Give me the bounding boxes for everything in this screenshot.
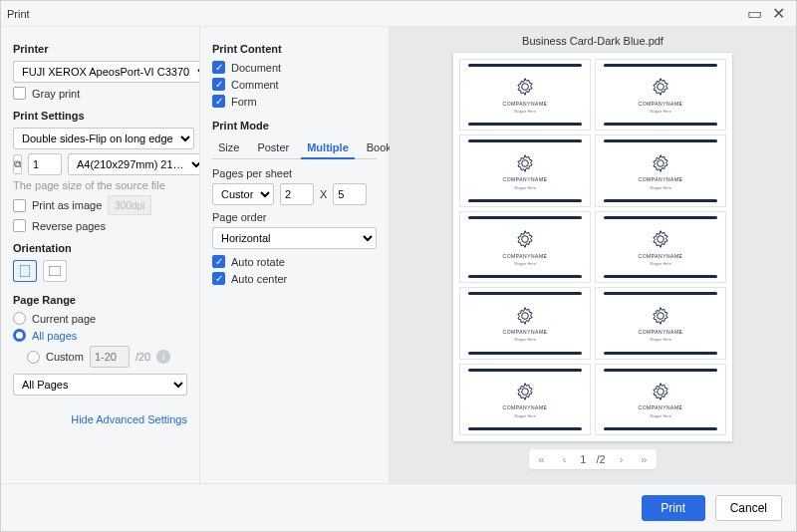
- preview-panel: Business Card-Dark Blue.pdf COMPANYNAMES…: [390, 27, 796, 483]
- page-range-heading: Page Range: [13, 294, 187, 306]
- auto-center-label: Auto center: [231, 273, 287, 285]
- preview-card: COMPANYNAMESlogan Here: [459, 364, 591, 435]
- print-as-image-label: Print as image: [32, 199, 102, 211]
- print-settings-heading: Print Settings: [13, 110, 187, 122]
- print-as-image-checkbox[interactable]: [13, 199, 26, 212]
- page-filter-select[interactable]: All Pages: [13, 374, 187, 396]
- svg-rect-1: [49, 266, 61, 276]
- pager-prev-icon[interactable]: ‹: [559, 453, 571, 465]
- preview-card: COMPANYNAMESlogan Here: [595, 287, 726, 359]
- preview-sheet: COMPANYNAMESlogan HereCOMPANYNAMESlogan …: [453, 53, 732, 441]
- preview-card: COMPANYNAMESlogan Here: [459, 287, 591, 359]
- pps-x-label: X: [320, 188, 327, 200]
- pager-last-icon[interactable]: »: [637, 453, 651, 465]
- comment-checkbox[interactable]: [212, 78, 225, 91]
- comment-label: Comment: [231, 79, 279, 91]
- window-title: Print: [7, 8, 742, 20]
- custom-range-input[interactable]: [90, 346, 130, 368]
- copies-input[interactable]: [28, 153, 62, 175]
- pager-current: 1: [580, 453, 586, 465]
- pps-mode-select[interactable]: Custom: [212, 183, 274, 205]
- document-label: Document: [231, 62, 281, 74]
- auto-rotate-checkbox[interactable]: [212, 255, 225, 268]
- printer-heading: Printer: [13, 43, 187, 55]
- document-checkbox[interactable]: [212, 61, 225, 74]
- tab-poster[interactable]: Poster: [251, 137, 295, 158]
- all-pages-radio[interactable]: [13, 329, 26, 342]
- orientation-portrait-button[interactable]: [13, 260, 37, 282]
- tab-multiple[interactable]: Multiple: [301, 137, 355, 159]
- current-page-label: Current page: [32, 313, 96, 325]
- middle-panel: Print Content Document Comment Form Prin…: [200, 27, 390, 483]
- custom-range-radio[interactable]: [27, 351, 40, 364]
- preview-card: COMPANYNAMESlogan Here: [595, 364, 726, 435]
- collate-icon[interactable]: ⧉: [13, 154, 22, 174]
- dpi-field: 300dpi: [108, 195, 151, 215]
- auto-center-checkbox[interactable]: [212, 272, 225, 285]
- source-size-note: The page size of the source file: [13, 179, 187, 191]
- page-size-select[interactable]: A4(210x297mm) 21…: [68, 153, 200, 175]
- preview-card: COMPANYNAMESlogan Here: [595, 211, 726, 283]
- tab-size[interactable]: Size: [212, 137, 245, 158]
- print-mode-heading: Print Mode: [212, 120, 377, 132]
- preview-card: COMPANYNAMESlogan Here: [595, 59, 726, 131]
- pages-per-sheet-label: Pages per sheet: [212, 167, 377, 179]
- preview-pager: « ‹ 1/2 › »: [529, 449, 658, 469]
- reverse-pages-label: Reverse pages: [32, 220, 106, 232]
- cancel-button[interactable]: Cancel: [715, 495, 782, 521]
- form-checkbox[interactable]: [212, 95, 225, 108]
- pps-cols-input[interactable]: [280, 183, 314, 205]
- orientation-landscape-button[interactable]: [43, 260, 67, 282]
- titlebar: Print ▭ ✕: [1, 1, 796, 27]
- pager-first-icon[interactable]: «: [535, 453, 549, 465]
- preview-card: COMPANYNAMESlogan Here: [459, 59, 591, 131]
- maximize-icon[interactable]: ▭: [742, 4, 766, 24]
- custom-range-label: Custom: [46, 351, 84, 363]
- printer-select[interactable]: FUJI XEROX ApeosPort-VI C3370: [13, 61, 200, 83]
- orientation-heading: Orientation: [13, 242, 187, 254]
- pps-rows-input[interactable]: [333, 183, 367, 205]
- print-mode-tabs: Size Poster Multiple Booklet: [212, 137, 377, 159]
- print-content-heading: Print Content: [212, 43, 377, 55]
- preview-card: COMPANYNAMESlogan Here: [459, 211, 591, 283]
- pager-total: /2: [596, 453, 605, 465]
- current-page-radio[interactable]: [13, 312, 26, 325]
- preview-filename: Business Card-Dark Blue.pdf: [522, 35, 664, 47]
- advanced-settings-link[interactable]: Hide Advanced Settings: [71, 413, 187, 425]
- form-label: Form: [231, 96, 257, 108]
- reverse-pages-checkbox[interactable]: [13, 219, 26, 232]
- info-icon[interactable]: i: [156, 350, 170, 364]
- preview-card: COMPANYNAMESlogan Here: [459, 134, 591, 206]
- auto-rotate-label: Auto rotate: [231, 256, 285, 268]
- duplex-select[interactable]: Double sides-Flip on long edge: [13, 128, 194, 149]
- pager-next-icon[interactable]: ›: [616, 453, 628, 465]
- gray-print-checkbox[interactable]: [13, 87, 26, 100]
- close-icon[interactable]: ✕: [766, 4, 790, 24]
- gray-print-label: Gray print: [32, 88, 80, 100]
- print-button[interactable]: Print: [642, 495, 705, 521]
- footer: Print Cancel: [1, 483, 796, 531]
- left-panel: Printer FUJI XEROX ApeosPort-VI C3370 ⚙ …: [1, 27, 200, 483]
- page-order-label: Page order: [212, 211, 377, 223]
- svg-rect-0: [20, 265, 30, 277]
- preview-card: COMPANYNAMESlogan Here: [595, 134, 726, 206]
- page-order-select[interactable]: Horizontal: [212, 227, 377, 249]
- all-pages-label: All pages: [32, 330, 77, 342]
- custom-range-total: /20: [135, 351, 150, 363]
